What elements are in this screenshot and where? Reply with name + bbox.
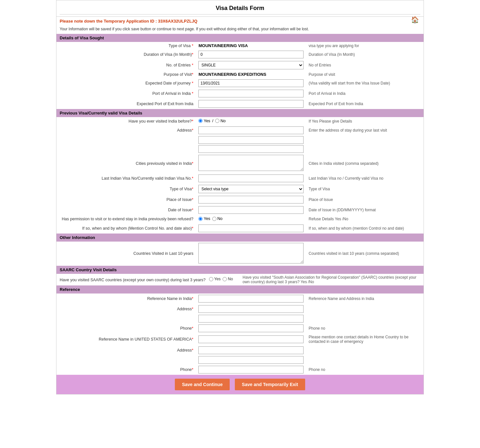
label-purpose-visit: Purpose of Visit* (56, 71, 196, 78)
input-ref-name-india[interactable] (196, 294, 306, 304)
help-last-visa-no: Last Indian Visa no / Currently valid Vi… (306, 173, 424, 184)
label-port-arrival: Port of Arrival in India * (56, 88, 196, 99)
cities-visited-textarea[interactable] (198, 155, 303, 171)
prev-type-visa-select[interactable]: Select visa type e-Tourist Visa Tourist … (198, 185, 303, 193)
label-permission-refused: Has permission to visit or to extend sta… (56, 215, 196, 223)
radio-permission-refused[interactable]: Yes No (196, 215, 306, 223)
address-line2-input[interactable] (198, 136, 303, 144)
section-other-info: Other Information (56, 234, 424, 242)
input-date-issue[interactable] (196, 205, 306, 215)
help-prev-type-visa: Type of Visa (306, 184, 424, 194)
label-ref-name-india: Reference Name in India* (56, 294, 196, 304)
input-ref-phone-home[interactable] (196, 364, 306, 375)
ref-address-home2-input[interactable] (198, 356, 303, 364)
input-port-arrival[interactable] (196, 88, 306, 99)
label-ref-address-india: Address* (56, 304, 196, 314)
date-issue-input[interactable] (198, 206, 303, 214)
input-cities-visited[interactable] (196, 154, 306, 173)
input-ref-address-home1[interactable] (196, 345, 306, 355)
input-countries-visited[interactable] (196, 242, 306, 266)
help-port-arrival: Port of Arrival in India (306, 88, 424, 99)
select-prev-type-visa[interactable]: Select visa type e-Tourist Visa Tourist … (196, 184, 306, 194)
label-type-of-visa: Type of Visa * (56, 42, 196, 49)
refused-details-input[interactable] (198, 224, 303, 232)
help-visited-india: If Yes Please give Details (306, 117, 424, 125)
label-refused-details: If so, when and by whom (Mention Control… (56, 223, 196, 234)
port-arrival-input[interactable] (198, 90, 303, 97)
help-countries-visited: Countries visited in last 10 years (comm… (306, 242, 424, 266)
label-address: Address* (56, 125, 196, 135)
input-ref-phone-india[interactable] (196, 323, 306, 334)
label-ref-phone-india: Phone* (56, 323, 196, 334)
radio-no-refused[interactable]: No (212, 216, 223, 221)
input-duration-visa[interactable] (196, 49, 306, 60)
footer-bar: Save and Continue Save and Temporarily E… (56, 375, 424, 394)
input-ref-name-home[interactable] (196, 334, 306, 345)
label-cities-visited: Cities previously visited in India* (56, 154, 196, 173)
address-line3-input[interactable] (198, 145, 303, 153)
ref-phone-india-input[interactable] (198, 324, 303, 332)
label-place-issue: Place of Issue* (56, 194, 196, 205)
radio-saarc[interactable]: Yes No (209, 277, 233, 281)
label-countries-visited: Countries Visited in Last 10 years (56, 242, 196, 266)
radio-no-visited[interactable]: No (215, 119, 225, 123)
help-refused-details: If so, when and by whom (mention Control… (306, 223, 424, 234)
value-type-of-visa: MOUNTAINEERING VISA (196, 42, 306, 49)
no-entries-select[interactable]: SINGLE DOUBLE MULTIPLE (198, 61, 303, 69)
radio-yes-refused[interactable]: Yes (198, 216, 210, 221)
address-line1-input[interactable] (198, 126, 303, 134)
ref-phone-home-input[interactable] (198, 366, 303, 373)
radio-no-saarc[interactable]: No (223, 277, 233, 281)
ref-address-india1-input[interactable] (198, 305, 303, 313)
save-continue-button[interactable]: Save and Continue (175, 379, 230, 390)
input-address-line1[interactable] (196, 125, 306, 135)
countries-visited-textarea[interactable] (198, 243, 303, 264)
help-address: Enter the address of stay during your la… (306, 125, 424, 135)
label-prev-type-visa: Type of Visa* (56, 184, 196, 194)
label-last-visa-no: Last Indian Visa No/Currently valid Indi… (56, 173, 196, 184)
page-title: Visa Details Form (60, 2, 420, 15)
ref-address-home1-input[interactable] (198, 346, 303, 354)
info-bar: Your Information will be saved if you cl… (56, 25, 424, 34)
ref-address-india2-input[interactable] (198, 315, 303, 323)
radio-yes-visited[interactable]: Yes (198, 119, 210, 123)
radio-visited-india[interactable]: Yes / No (196, 117, 306, 125)
help-ref-phone-india: Phone no (306, 323, 424, 334)
ref-name-home-input[interactable] (198, 335, 303, 343)
input-address-line2[interactable] (196, 135, 306, 144)
label-ref-phone-home: Phone* (56, 364, 196, 375)
section-saarc: SAARC Country Visit Details (56, 266, 424, 274)
section-previous-visa: Previous Visa/Currently valid Visa Detai… (56, 109, 424, 117)
port-exit-input[interactable] (198, 100, 303, 108)
ref-name-india-input[interactable] (198, 295, 303, 303)
last-visa-no-input[interactable] (198, 174, 303, 182)
select-no-entries[interactable]: SINGLE DOUBLE MULTIPLE (196, 60, 306, 71)
label-port-exit: Expected Port of Exit from India (56, 99, 196, 109)
value-purpose-visit: MOUNTAINEERING EXPEDITIONS (196, 71, 306, 78)
input-place-issue[interactable] (196, 194, 306, 205)
input-date-journey[interactable] (196, 78, 306, 88)
help-no-entries: No of Entries (306, 60, 424, 71)
input-last-visa-no[interactable] (196, 173, 306, 184)
help-saarc-visited: Have you visited "South Asian Associatio… (240, 274, 424, 285)
input-refused-details[interactable] (196, 223, 306, 234)
help-port-exit: Expected Port of Exit from India (306, 99, 424, 109)
duration-visa-input[interactable] (198, 51, 303, 58)
input-address-line3[interactable] (196, 144, 306, 154)
input-ref-address-home2[interactable] (196, 355, 306, 364)
save-exit-button[interactable]: Save and Temporarily Exit (235, 379, 305, 390)
date-journey-input[interactable] (198, 79, 303, 87)
section-reference: Reference (56, 285, 424, 294)
label-visited-india: Have you ever visited India before?* (56, 117, 196, 125)
radio-yes-saarc[interactable]: Yes (209, 277, 221, 281)
help-permission-refused: Refuse Details Yes /No (306, 215, 424, 223)
temp-id-value: 33X6AX32ULPZLJQ (158, 19, 197, 24)
place-issue-input[interactable] (198, 196, 303, 204)
help-purpose-visit: Purpose of visit (306, 71, 424, 78)
input-ref-address-india2[interactable] (196, 314, 306, 323)
input-ref-address-india1[interactable] (196, 304, 306, 314)
input-port-exit[interactable] (196, 99, 306, 109)
help-date-journey: (Visa validity will start from the Visa … (306, 78, 424, 88)
home-icon[interactable]: 🏠 (411, 16, 419, 24)
help-cities-visited: Cities in India visited (comma separated… (306, 154, 424, 173)
